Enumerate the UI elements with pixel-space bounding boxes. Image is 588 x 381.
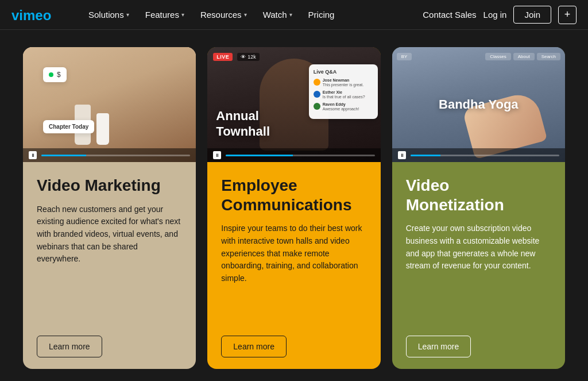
monetization-card-content: Video Monetization Create your own subsc… — [392, 162, 565, 369]
chapter-tag: Chapter Today — [43, 120, 94, 133]
nav-pricing[interactable]: Pricing — [301, 6, 342, 23]
yoga-progress-fill — [411, 155, 440, 156]
login-link[interactable]: Log in — [483, 10, 507, 20]
qa-title: Live Q&A — [314, 69, 373, 75]
svg-text:vimeo: vimeo — [11, 7, 51, 22]
qa-text-3: Awesome approach! — [323, 106, 359, 111]
bottle-2-icon — [96, 113, 109, 145]
view-count: 👁 12k — [237, 53, 260, 61]
contact-sales-link[interactable]: Contact Sales — [423, 10, 476, 20]
communications-card-desc: Inspire your teams to do their best work… — [221, 222, 366, 324]
solutions-chevron-icon: ▾ — [126, 11, 129, 18]
navigation: vimeo Solutions ▾ Features ▾ Resources ▾… — [0, 0, 588, 30]
qa-item-1: Jose Newman This presenter is great. — [314, 78, 373, 87]
yoga-about-tab: About — [513, 53, 535, 60]
price-dot-icon — [49, 72, 53, 77]
yoga-brand-label: Bandha Yoga — [439, 97, 519, 113]
qa-item-2: Esther Xie Is that true of all cases? — [314, 90, 373, 99]
qa-name-2: Esther Xie — [323, 90, 365, 94]
nav-resources[interactable]: Resources ▾ — [194, 6, 254, 23]
marketing-card-desc: Reach new customers and get your existin… — [37, 203, 182, 324]
communications-card-title: Employee Communications — [221, 176, 366, 214]
progress-fill — [41, 155, 86, 156]
plus-button[interactable]: + — [558, 6, 577, 24]
qa-name-3: Raven Eddy — [323, 102, 359, 106]
main-content: $ Chapter Today ⏸ Video Marketing Reach … — [0, 30, 588, 381]
video-marketing-card: $ Chapter Today ⏸ Video Marketing Reach … — [23, 47, 196, 369]
vimeo-logo[interactable]: vimeo — [11, 7, 63, 22]
townhall-card-image: LIVE 👁 12k AnnualTownhall Live Q&A Jose … — [207, 47, 380, 162]
eye-icon: 👁 — [241, 54, 246, 60]
live-badge: LIVE — [213, 53, 233, 61]
qa-name-1: Jose Newman — [323, 78, 364, 82]
progress-bar — [41, 155, 190, 156]
yoga-brand-tag: BY — [397, 53, 412, 60]
qa-item-3: Raven Eddy Awesome approach! — [314, 102, 373, 111]
yoga-person-shape — [467, 82, 548, 151]
marketing-card-content: Video Marketing Reach new customers and … — [23, 162, 196, 369]
yoga-card-image: BY Classes About Search Bandha Yoga ⏸ — [392, 47, 565, 162]
townhall-video-controls-bar: ⏸ — [207, 148, 380, 162]
qa-dot-3-icon — [314, 103, 320, 110]
nav-watch[interactable]: Watch ▾ — [256, 6, 299, 23]
yoga-classes-tab: Classes — [485, 53, 510, 60]
video-controls-bar: ⏸ — [23, 148, 196, 162]
yoga-pause-icon: ⏸ — [398, 151, 406, 159]
monetization-learn-more-button[interactable]: Learn more — [406, 336, 471, 357]
pause-icon: ⏸ — [29, 151, 37, 159]
communications-card-content: Employee Communications Inspire your tea… — [207, 162, 380, 369]
qa-text-1: This presenter is great. — [323, 82, 364, 87]
monetization-card-title: Video Monetization — [406, 176, 551, 214]
communications-learn-more-button[interactable]: Learn more — [221, 336, 287, 357]
watch-chevron-icon: ▾ — [289, 11, 292, 18]
qa-panel: Live Q&A Jose Newman This presenter is g… — [309, 64, 378, 119]
employee-communications-card: LIVE 👁 12k AnnualTownhall Live Q&A Jose … — [207, 47, 380, 369]
marketing-card-title: Video Marketing — [37, 176, 182, 195]
features-chevron-icon: ▾ — [181, 11, 184, 18]
yoga-search-tab: Search — [537, 53, 560, 60]
nav-links: Solutions ▾ Features ▾ Resources ▾ Watch… — [82, 6, 423, 23]
marketing-learn-more-button[interactable]: Learn more — [37, 336, 102, 357]
yoga-video-controls-bar: ⏸ — [392, 148, 565, 162]
townhall-progress-bar — [226, 155, 374, 156]
price-tag: $ — [43, 67, 67, 82]
join-button[interactable]: Join — [513, 6, 551, 24]
yoga-progress-bar — [411, 155, 559, 156]
yoga-topbar: BY Classes About Search — [397, 53, 560, 60]
qa-text-2: Is that true of all cases? — [323, 94, 365, 99]
nav-right: Contact Sales Log in Join + — [423, 6, 577, 24]
townhall-pause-icon: ⏸ — [213, 151, 221, 159]
qa-dot-2-icon — [314, 91, 320, 98]
monetization-card-desc: Create your own subscription video busin… — [406, 222, 551, 324]
resources-chevron-icon: ▾ — [244, 11, 247, 18]
video-monetization-card: BY Classes About Search Bandha Yoga ⏸ — [392, 47, 565, 369]
nav-solutions[interactable]: Solutions ▾ — [82, 6, 136, 23]
townhall-progress-fill — [226, 155, 293, 156]
nav-features[interactable]: Features ▾ — [138, 6, 191, 23]
marketing-card-image: $ Chapter Today ⏸ — [23, 47, 196, 162]
qa-dot-1-icon — [314, 79, 320, 86]
townhall-label: AnnualTownhall — [216, 109, 270, 139]
